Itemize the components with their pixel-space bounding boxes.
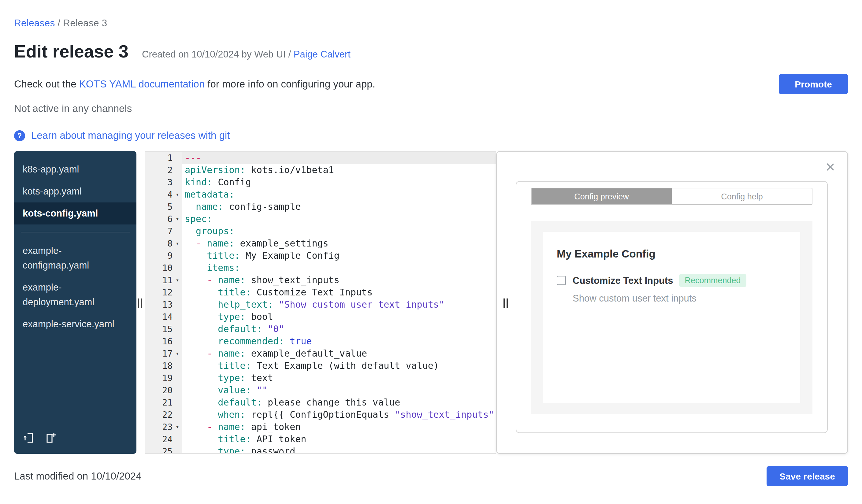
code-line-19[interactable]: 19 type: text (145, 372, 496, 384)
last-modified: Last modified on 10/10/2024 (14, 470, 142, 482)
code-line-9[interactable]: 9 title: My Example Config (145, 250, 496, 262)
code-text[interactable]: help_text: "Show custom user text inputs… (182, 299, 496, 311)
code-text[interactable]: - name: show_text_inputs (182, 274, 496, 286)
code-text[interactable]: kind: Config (182, 176, 496, 188)
sidebar-file-example-deployment.yaml[interactable]: example-deployment.yaml (14, 277, 136, 313)
code-text[interactable]: type: password (182, 445, 496, 454)
code-line-22[interactable]: 22 when: repl{{ ConfigOptionEquals "show… (145, 409, 496, 421)
code-text[interactable]: apiVersion: kots.io/v1beta1 (182, 164, 496, 176)
sidebar-file-kots-app.yaml[interactable]: kots-app.yaml (14, 181, 136, 202)
code-line-8[interactable]: 8▾ - name: example_settings (145, 237, 496, 250)
sidebar-divider (21, 232, 130, 233)
code-text[interactable]: type: bool (182, 311, 496, 323)
new-file-icon[interactable] (45, 432, 57, 447)
code-line-4[interactable]: 4▾metadata: (145, 188, 496, 201)
code-line-12[interactable]: 12 title: Customize Text Inputs (145, 286, 496, 299)
config-panel: Config previewConfig help My Example Con… (516, 181, 828, 433)
fold-toggle-icon[interactable]: ▾ (172, 421, 182, 433)
yaml-editor[interactable]: 1---2apiVersion: kots.io/v1beta13kind: C… (145, 151, 496, 454)
code-text[interactable]: - name: example_default_value (182, 347, 496, 360)
code-text[interactable]: title: Customize Text Inputs (182, 286, 496, 299)
code-line-5[interactable]: 5 name: config-sample (145, 201, 496, 213)
import-file-icon[interactable] (23, 432, 35, 447)
code-line-7[interactable]: 7 groups: (145, 225, 496, 237)
code-line-15[interactable]: 15 default: "0" (145, 323, 496, 335)
code-line-20[interactable]: 20 value: "" (145, 384, 496, 396)
code-text[interactable]: value: "" (182, 384, 496, 396)
code-line-11[interactable]: 11▾ - name: show_text_inputs (145, 274, 496, 286)
code-line-1[interactable]: 1--- (145, 152, 496, 164)
fold-spacer (172, 323, 182, 335)
doc-info: Check out the KOTS YAML documentation fo… (14, 74, 375, 90)
line-number: 15 (145, 323, 172, 335)
code-text[interactable]: recommended: true (182, 335, 496, 347)
pane-resize-handle-left[interactable] (138, 299, 142, 308)
kots-docs-link[interactable]: KOTS YAML documentation (79, 78, 205, 89)
config-card: My Example Config Customize Text Inputs … (543, 232, 800, 403)
line-number: 2 (145, 164, 172, 176)
sidebar-file-k8s-app.yaml[interactable]: k8s-app.yaml (14, 158, 136, 181)
code-line-10[interactable]: 10 items: (145, 262, 496, 274)
close-icon[interactable]: × (825, 159, 835, 175)
promote-button[interactable]: Promote (779, 74, 848, 94)
fold-spacer (172, 176, 182, 188)
code-text[interactable]: metadata: (182, 188, 496, 201)
fold-toggle-icon[interactable]: ▾ (172, 274, 182, 286)
code-text[interactable]: - name: api_token (182, 421, 496, 433)
code-line-21[interactable]: 21 default: please change this value (145, 396, 496, 409)
code-text[interactable]: title: Text Example (with default value) (182, 360, 496, 372)
code-text[interactable]: - name: example_settings (182, 237, 496, 250)
code-text[interactable]: title: API token (182, 433, 496, 445)
customize-text-inputs-checkbox[interactable] (557, 276, 566, 285)
fold-toggle-icon[interactable]: ▾ (172, 237, 182, 250)
config-group-title: My Example Config (557, 248, 787, 261)
breadcrumb-separator: / (55, 18, 63, 28)
tab-config-help[interactable]: Config help (671, 188, 812, 204)
sidebar-file-example-service.yaml[interactable]: example-service.yaml (14, 313, 136, 335)
tab-config-preview[interactable]: Config preview (532, 188, 671, 204)
code-line-2[interactable]: 2apiVersion: kots.io/v1beta1 (145, 164, 496, 176)
fold-toggle-icon[interactable]: ▾ (172, 213, 182, 225)
code-text[interactable]: title: My Example Config (182, 250, 496, 262)
code-line-13[interactable]: 13 help_text: "Show custom user text inp… (145, 299, 496, 311)
code-line-24[interactable]: 24 title: API token (145, 433, 496, 445)
git-releases-link[interactable]: Learn about managing your releases with … (31, 130, 230, 141)
code-text[interactable]: default: please change this value (182, 396, 496, 409)
gutter-cell: 1 (145, 152, 182, 164)
author-link[interactable]: Paige Calvert (293, 49, 351, 59)
code-line-18[interactable]: 18 title: Text Example (with default val… (145, 360, 496, 372)
line-number: 20 (145, 384, 172, 396)
fold-toggle-icon[interactable]: ▾ (172, 347, 182, 360)
code-line-17[interactable]: 17▾ - name: example_default_value (145, 347, 496, 360)
code-line-23[interactable]: 23▾ - name: api_token (145, 421, 496, 433)
line-number: 9 (145, 250, 172, 262)
gutter-cell: 9 (145, 250, 182, 262)
code-line-6[interactable]: 6▾spec: (145, 213, 496, 225)
line-number: 25 (145, 445, 172, 454)
code-text[interactable]: default: "0" (182, 323, 496, 335)
code-line-25[interactable]: 25 type: password (145, 445, 496, 454)
save-release-button[interactable]: Save release (767, 466, 848, 486)
code-text[interactable]: --- (182, 152, 496, 164)
breadcrumb-releases-link[interactable]: Releases (14, 18, 55, 28)
code-text[interactable]: name: config-sample (182, 201, 496, 213)
code-text[interactable]: items: (182, 262, 496, 274)
code-text[interactable]: groups: (182, 225, 496, 237)
fold-toggle-icon[interactable]: ▾ (172, 188, 182, 201)
preview-tabs: Config previewConfig help (531, 188, 812, 205)
code-line-3[interactable]: 3kind: Config (145, 176, 496, 188)
pane-resize-handle-right[interactable] (504, 299, 508, 308)
sidebar-file-kots-config.yaml[interactable]: kots-config.yaml (14, 202, 136, 225)
code-text[interactable]: spec: (182, 213, 496, 225)
code-text[interactable]: type: text (182, 372, 496, 384)
sidebar-file-example-configmap.yaml[interactable]: example-configmap.yaml (14, 240, 136, 277)
line-number: 13 (145, 299, 172, 311)
code-line-14[interactable]: 14 type: bool (145, 311, 496, 323)
code-line-16[interactable]: 16 recommended: true (145, 335, 496, 347)
help-icon[interactable]: ? (14, 130, 25, 141)
code-text[interactable]: when: repl{{ ConfigOptionEquals "show_te… (182, 409, 496, 421)
gutter-cell: 14 (145, 311, 182, 323)
line-number: 12 (145, 286, 172, 299)
page-footer: Last modified on 10/10/2024 Save release (14, 466, 848, 486)
gutter-cell: 4▾ (145, 188, 182, 201)
